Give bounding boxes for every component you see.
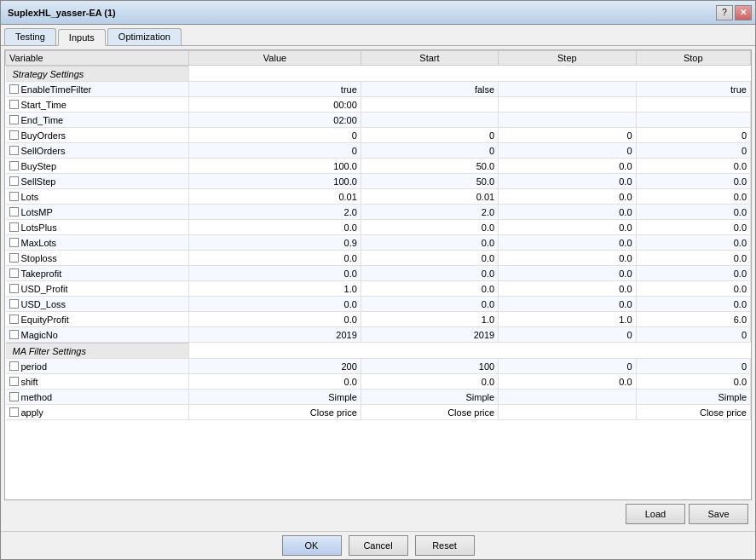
cancel-button[interactable]: Cancel (349, 535, 408, 556)
row-checkbox[interactable] (9, 161, 19, 170)
cell-variable-name: Lots (6, 189, 189, 205)
cell-value: 0 (189, 128, 361, 143)
cell-step: 0.0 (499, 251, 636, 266)
cell-stop: 0 (636, 359, 751, 374)
cell-start: 2.0 (361, 205, 498, 220)
cell-stop (636, 113, 751, 128)
cell-start: 1.0 (361, 312, 498, 327)
row-checkbox[interactable] (9, 176, 19, 186)
tab-optimization[interactable]: Optimization (107, 28, 182, 45)
row-checkbox[interactable] (9, 207, 19, 216)
cell-stop: 0.0 (636, 220, 751, 235)
cell-start: Simple (361, 390, 498, 405)
row-checkbox[interactable] (9, 407, 19, 417)
variable-name-label: Stoploss (21, 253, 186, 263)
table-row: SellStep100.050.00.00.0 (6, 174, 751, 189)
cell-start (361, 97, 498, 113)
row-checkbox[interactable] (9, 100, 19, 109)
row-checkbox[interactable] (9, 222, 19, 232)
cell-start: 0.01 (361, 189, 498, 205)
cell-stop: 0.0 (636, 374, 751, 390)
table-row: LotsMP2.02.00.00.0 (6, 205, 751, 220)
table-row: methodSimpleSimpleSimple (6, 390, 751, 405)
cell-value: 00:00 (189, 97, 361, 113)
table-row: shift0.00.00.00.0 (6, 374, 751, 390)
tab-inputs[interactable]: Inputs (58, 29, 106, 46)
tab-bar: Testing Inputs Optimization (1, 25, 755, 46)
cell-stop: Close price (636, 405, 751, 420)
close-button[interactable]: ✕ (735, 5, 752, 20)
cell-start: 0.0 (361, 251, 498, 266)
load-button[interactable]: Load (626, 504, 685, 524)
row-checkbox[interactable] (9, 284, 19, 293)
row-checkbox[interactable] (9, 238, 19, 247)
row-checkbox[interactable] (9, 392, 19, 401)
row-checkbox[interactable] (9, 315, 19, 324)
cell-stop: 6.0 (636, 312, 751, 327)
ok-button[interactable]: OK (282, 535, 342, 556)
cell-variable-name: End_Time (6, 113, 189, 128)
cell-start: 0.0 (361, 235, 498, 251)
reset-button[interactable]: Reset (415, 535, 475, 556)
variables-table-container: Variable Value Start Step Stop Strategy … (4, 49, 752, 500)
table-row: USD_Profit1.00.00.00.0 (6, 281, 751, 297)
row-checkbox[interactable] (9, 115, 19, 124)
cell-stop (636, 97, 751, 113)
main-window: SuplexHL_yasser-EA (1) ? ✕ Testing Input… (0, 0, 756, 560)
cell-value: 0.0 (189, 297, 361, 312)
table-row: MagicNo2019201900 (6, 327, 751, 343)
variable-name-label: SellStep (21, 176, 186, 187)
row-checkbox[interactable] (9, 253, 19, 263)
cell-step: 0.0 (499, 266, 636, 281)
cell-value: 2.0 (189, 205, 361, 220)
cell-step (499, 113, 636, 128)
window-title: SuplexHL_yasser-EA (1) (4, 8, 116, 18)
cell-start: 0.0 (361, 281, 498, 297)
cell-start: 0.0 (361, 266, 498, 281)
content-area: Variable Value Start Step Stop Strategy … (1, 46, 755, 531)
variable-name-label: MagicNo (21, 330, 186, 340)
cell-stop: 0.0 (636, 205, 751, 220)
col-header-step: Step (499, 51, 636, 66)
variable-name-label: EquityProfit (21, 315, 186, 325)
variable-name-label: LotsPlus (21, 222, 186, 233)
cell-value: Simple (189, 390, 361, 405)
help-button[interactable]: ? (716, 5, 733, 20)
cell-step: 0 (499, 128, 636, 143)
cell-start: Close price (361, 405, 498, 420)
cell-variable-name: USD_Loss (6, 297, 189, 312)
table-row: Takeprofit0.00.00.00.0 (6, 266, 751, 281)
cell-step: 0.0 (499, 189, 636, 205)
cell-start: 0 (361, 128, 498, 143)
table-row: SellOrders0000 (6, 143, 751, 159)
row-checkbox[interactable] (9, 361, 19, 371)
cell-start: 0.0 (361, 374, 498, 390)
cell-variable-name: EquityProfit (6, 312, 189, 327)
cell-variable-name: method (6, 390, 189, 405)
row-checkbox[interactable] (9, 84, 19, 94)
cell-stop: 0.0 (636, 266, 751, 281)
variable-name-label: End_Time (21, 115, 186, 125)
row-checkbox[interactable] (9, 146, 19, 155)
save-button[interactable]: Save (689, 504, 748, 524)
cell-start: 2019 (361, 327, 498, 343)
tab-testing[interactable]: Testing (4, 28, 56, 45)
variable-name-label: BuyStep (21, 161, 186, 171)
row-checkbox[interactable] (9, 268, 19, 278)
table-row: Stoploss0.00.00.00.0 (6, 251, 751, 266)
table-row: MaxLots0.90.00.00.0 (6, 235, 751, 251)
table-row: BuyStep100.050.00.00.0 (6, 159, 751, 174)
row-checkbox[interactable] (9, 377, 19, 386)
cell-start: 0 (361, 143, 498, 159)
cell-stop: 0 (636, 143, 751, 159)
cell-variable-name: apply (6, 405, 189, 420)
table-row: applyClose priceClose priceClose price (6, 405, 751, 420)
cell-start (361, 113, 498, 128)
row-checkbox[interactable] (9, 299, 19, 309)
row-checkbox[interactable] (9, 330, 19, 339)
cell-value: 0.0 (189, 220, 361, 235)
row-checkbox[interactable] (9, 192, 19, 201)
row-checkbox[interactable] (9, 130, 19, 140)
cell-step: 0 (499, 327, 636, 343)
variable-name-label: USD_Profit (21, 284, 186, 294)
